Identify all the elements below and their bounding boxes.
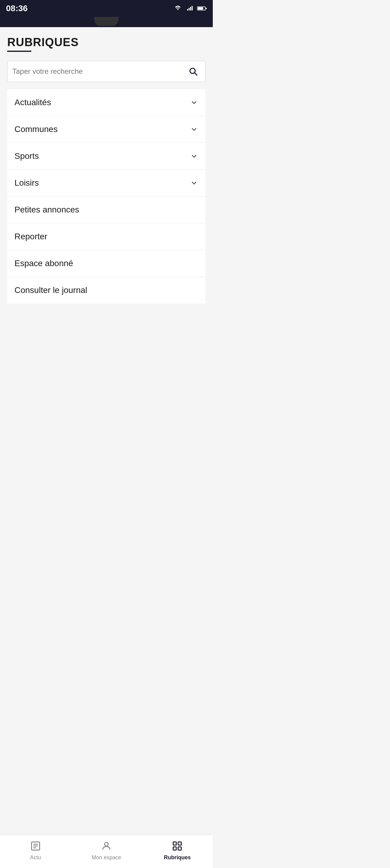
svg-rect-6 — [206, 8, 207, 9]
signal-icon — [185, 5, 195, 11]
menu-item-sports[interactable]: Sports — [7, 143, 206, 170]
menu-item-loisirs[interactable]: Loisirs — [7, 170, 206, 196]
newspaper-icon — [30, 841, 41, 851]
menu-item-label-loisirs: Loisirs — [14, 178, 39, 188]
status-time: 08:36 — [6, 4, 28, 13]
menu-list: Actualités Communes Sports Loisirs Petit — [7, 89, 206, 304]
nav-item-rubriques[interactable]: Rubriques — [142, 837, 213, 863]
svg-line-8 — [195, 73, 198, 75]
grid-icon — [172, 841, 183, 851]
menu-item-label-petites-annonces: Petites annonces — [14, 205, 79, 215]
menu-item-label-communes: Communes — [14, 124, 58, 134]
search-icon — [188, 67, 198, 76]
svg-point-7 — [190, 68, 195, 73]
menu-item-label-consulter-journal: Consulter le journal — [14, 285, 87, 295]
menu-item-petites-annonces[interactable]: Petites annonces — [7, 196, 206, 223]
title-underline — [7, 51, 31, 52]
svg-rect-2 — [190, 7, 191, 10]
status-icons — [173, 5, 207, 11]
svg-rect-14 — [173, 842, 177, 845]
svg-rect-15 — [178, 842, 181, 845]
page-title: RUBRIQUES — [7, 36, 206, 49]
menu-item-label-sports: Sports — [14, 151, 39, 161]
status-bar: 08:36 — [0, 0, 213, 17]
search-input[interactable] — [12, 67, 186, 76]
menu-item-reporter[interactable]: Reporter — [7, 223, 206, 250]
svg-rect-1 — [189, 8, 189, 10]
chevron-down-icon-sports — [190, 152, 198, 160]
search-button[interactable] — [186, 64, 201, 79]
nav-icon-actu — [29, 839, 42, 852]
bottom-nav: Actu Mon espace Rubriques — [0, 835, 213, 868]
menu-item-communes[interactable]: Communes — [7, 116, 206, 143]
wifi-icon — [173, 5, 183, 11]
svg-rect-16 — [173, 847, 177, 850]
menu-item-label-actualites: Actualités — [14, 98, 51, 107]
nav-item-actu[interactable]: Actu — [0, 837, 71, 863]
page-title-section: RUBRIQUES — [7, 36, 206, 52]
search-bar[interactable] — [7, 61, 206, 82]
nav-icon-mon-espace — [100, 839, 113, 852]
nav-label-mon-espace: Mon espace — [92, 855, 121, 861]
svg-rect-17 — [178, 847, 181, 850]
menu-item-actualites[interactable]: Actualités — [7, 89, 206, 116]
chevron-down-icon-loisirs — [190, 179, 198, 187]
nav-item-mon-espace[interactable]: Mon espace — [71, 837, 142, 863]
camera-notch — [94, 17, 118, 26]
main-content: RUBRIQUES Actualités Communes Sports — [0, 27, 213, 349]
menu-item-label-espace-abonne: Espace abonné — [14, 258, 73, 268]
menu-item-label-reporter: Reporter — [14, 232, 47, 241]
svg-rect-0 — [187, 9, 188, 10]
notch-area — [0, 17, 213, 27]
nav-icon-rubriques — [171, 839, 184, 852]
chevron-down-icon-communes — [190, 125, 198, 133]
svg-point-13 — [104, 842, 108, 846]
menu-item-espace-abonne[interactable]: Espace abonné — [7, 250, 206, 277]
svg-rect-5 — [198, 7, 203, 10]
battery-icon — [197, 5, 207, 11]
nav-label-actu: Actu — [30, 855, 41, 861]
nav-label-rubriques: Rubriques — [164, 855, 191, 861]
chevron-down-icon-actualites — [190, 98, 198, 107]
user-icon — [101, 841, 112, 851]
menu-item-consulter-journal[interactable]: Consulter le journal — [7, 277, 206, 304]
svg-rect-3 — [192, 6, 192, 10]
